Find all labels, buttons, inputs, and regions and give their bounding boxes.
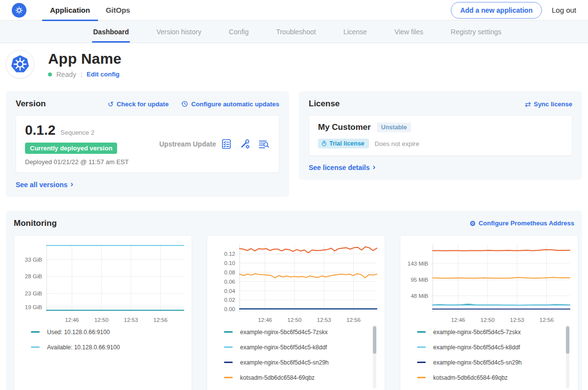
kubernetes-logo[interactable] [12, 3, 26, 18]
svg-text:143 MiB: 143 MiB [408, 260, 429, 266]
legend-item[interactable]: Available: 10.128.0.66:9100 [31, 344, 178, 351]
legend-label: example-nginx-5bc6f5d4c5-k8ddf [240, 344, 327, 351]
legend-item[interactable]: example-nginx-5bc6f5d4c5-7zskx [417, 329, 564, 336]
see-license-details-link[interactable]: See license details › [309, 163, 375, 171]
svg-text:12:50: 12:50 [95, 317, 109, 323]
svg-text:19 GiB: 19 GiB [25, 304, 42, 310]
chevron-right-icon: › [373, 163, 376, 171]
tab-version-history-label: Version history [156, 28, 201, 36]
legend-dash [417, 377, 426, 378]
legend-item[interactable]: example-nginx-5bc6f5d4c5-k8ddf [224, 344, 371, 351]
legend-item[interactable]: kotsadm-5db6dc6584-69qbz [224, 374, 371, 381]
license-expiry-text: Does not expire [375, 140, 419, 147]
see-license-details-label: See license details [309, 164, 370, 171]
tab-config-label: Config [229, 28, 248, 36]
tab-dashboard-label: Dashboard [93, 28, 129, 36]
svg-text:48 MiB: 48 MiB [411, 292, 428, 298]
version-number: 0.1.2 [25, 122, 55, 138]
legend-item[interactable]: kotsadm-5db6dc6584-69qbz [417, 374, 564, 381]
version-source-label: Upstream Update [159, 140, 221, 148]
svg-text:12:50: 12:50 [288, 317, 302, 323]
configure-automatic-updates-link[interactable]: Configure automatic updates [181, 100, 279, 108]
legend-scrollbar[interactable] [373, 325, 376, 389]
legend-dash [417, 346, 426, 348]
tab-gitops-label: GitOps [106, 6, 130, 14]
deployed-badge: Currently deployed version [25, 143, 117, 154]
tab-dashboard[interactable]: Dashboard [79, 21, 143, 43]
svg-text:12:56: 12:56 [539, 317, 554, 323]
edit-config-link[interactable]: Edit config [87, 71, 120, 78]
legend-label: example-nginx-5bc6f5d4c5-7zskx [240, 329, 328, 336]
tab-registry-settings-label: Registry settings [451, 28, 501, 36]
legend-scrollbar-thumb[interactable] [566, 326, 569, 354]
tab-application[interactable]: Application [42, 0, 98, 21]
legend-scrollbar[interactable] [566, 325, 569, 389]
wrench-gear-icon[interactable] [240, 139, 250, 149]
tab-version-history[interactable]: Version history [143, 21, 215, 43]
tab-application-label: Application [50, 6, 90, 14]
see-all-versions-label: See all versions [16, 181, 68, 189]
legend-dash [224, 346, 233, 348]
legend-item[interactable]: Used: 10.128.0.66:9100 [31, 329, 178, 336]
app-avatar [6, 50, 34, 78]
svg-text:12:53: 12:53 [510, 317, 524, 323]
status-ready-dot [48, 73, 52, 76]
svg-text:12:46: 12:46 [451, 317, 465, 323]
svg-text:0.06: 0.06 [224, 278, 235, 284]
version-card: Version ↺ Check for update [6, 91, 289, 197]
kubernetes-app-icon [9, 53, 31, 75]
license-card: License ⇄ Sync license My Customer Unsta… [299, 91, 582, 180]
monitoring-title: Monitoring [14, 219, 57, 228]
svg-text:12:46: 12:46 [258, 317, 272, 323]
see-all-versions-link[interactable]: See all versions › [16, 180, 74, 189]
divider: | [80, 71, 82, 78]
tab-view-files-label: View files [394, 28, 423, 36]
tab-troubleshoot[interactable]: Troubleshoot [262, 21, 329, 43]
cpu-usage-card: 12:4612:5012:5312:560.120.100.080.060.04… [207, 235, 385, 390]
legend-item[interactable]: example-nginx-5bc6f5d4c5-k8ddf [417, 344, 564, 351]
tab-registry-settings[interactable]: Registry settings [437, 21, 515, 43]
monitoring-charts: 12:4612:5012:5312:5633 GiB28 GiB23 GiB19… [14, 235, 574, 390]
svg-text:0.00: 0.00 [224, 306, 235, 312]
chart-legend: example-nginx-5bc6f5d4c5-7zskxexample-ng… [404, 323, 574, 390]
memory-usage-card: 12:4612:5012:5312:56143 MiB95 MiB48 MiBe… [400, 235, 578, 390]
logout-link[interactable]: Log out [552, 6, 576, 14]
checklist-icon[interactable] [221, 139, 232, 149]
chart-plot: 12:4612:5012:5312:56143 MiB95 MiB48 MiB [404, 242, 574, 323]
legend-item[interactable]: example-nginx-5bc6f5d4c5-7zskx [224, 329, 371, 336]
svg-text:28 GiB: 28 GiB [25, 273, 42, 279]
tab-troubleshoot-label: Troubleshoot [276, 28, 316, 36]
chart-plot: 12:4612:5012:5312:5633 GiB28 GiB23 GiB19… [18, 242, 188, 323]
svg-text:12:56: 12:56 [153, 317, 168, 323]
gear-icon: ⚙ [469, 220, 476, 227]
monitoring-section: Monitoring ⚙ Configure Prometheus Addres… [6, 211, 582, 390]
trial-license-badge: Trial license [318, 139, 369, 148]
stopwatch-icon [321, 141, 327, 146]
deployed-timestamp: Deployed 01/21/22 @ 11:57 am EST [25, 158, 139, 166]
legend-item[interactable]: example-nginx-5bc6f5d4c5-sn29h [417, 359, 564, 366]
check-for-update-link[interactable]: ↺ Check for update [107, 100, 169, 108]
current-version-box: 0.1.2 Sequence 2 Currently deployed vers… [16, 115, 279, 173]
top-navigation: Application GitOps Add a new application… [0, 0, 588, 21]
sync-license-label: Sync license [534, 100, 572, 108]
legend-dash [31, 331, 40, 333]
legend-label: Available: 10.128.0.66:9100 [47, 344, 120, 351]
legend-label: example-nginx-5bc6f5d4c5-k8ddf [433, 344, 520, 351]
legend-label: example-nginx-5bc6f5d4c5-sn29h [433, 359, 522, 366]
tab-view-files[interactable]: View files [381, 21, 437, 43]
tab-gitops[interactable]: GitOps [98, 0, 138, 21]
sync-license-link[interactable]: ⇄ Sync license [525, 100, 572, 108]
add-application-button[interactable]: Add a new application [451, 2, 542, 19]
legend-item[interactable]: example-nginx-5bc6f5d4c5-sn29h [224, 359, 371, 366]
configure-prometheus-link[interactable]: ⚙ Configure Prometheus Address [469, 219, 574, 227]
app-sub-navigation: Dashboard Version history Config Trouble… [0, 21, 588, 43]
lines-magnifier-icon[interactable] [258, 139, 270, 149]
legend-dash [417, 362, 426, 363]
app-header: App Name Ready | Edit config [0, 43, 588, 87]
chevron-right-icon: › [71, 180, 74, 188]
svg-text:12:53: 12:53 [124, 317, 138, 323]
legend-scrollbar-thumb[interactable] [373, 326, 376, 354]
tab-license[interactable]: License [330, 21, 381, 43]
tab-license-label: License [343, 28, 367, 36]
tab-config[interactable]: Config [215, 21, 262, 43]
